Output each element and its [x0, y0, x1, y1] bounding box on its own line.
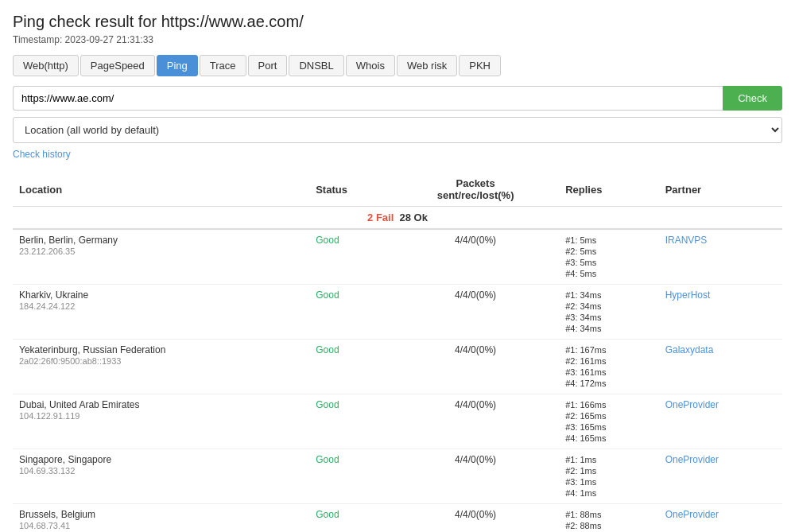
- page-title: Ping check result for https://www.ae.com…: [13, 13, 782, 31]
- cell-packets: 4/4/0(0%): [392, 285, 559, 340]
- cell-replies: #1: 34ms#2: 34ms#3: 34ms#4: 34ms: [559, 285, 659, 340]
- cell-replies: #1: 5ms#2: 5ms#3: 5ms#4: 5ms: [559, 229, 659, 285]
- cell-packets: 4/4/0(0%): [392, 340, 559, 394]
- results-table: Location Status Packetssent/rec/lost(%) …: [13, 173, 782, 532]
- timestamp: Timestamp: 2023-09-27 21:31:33: [13, 34, 782, 45]
- cell-partner[interactable]: HyperHost: [659, 285, 782, 340]
- cell-location: Yekaterinburg, Russian Federation2a02:26…: [13, 340, 309, 394]
- check-button[interactable]: Check: [723, 86, 782, 111]
- cell-packets: 4/4/0(0%): [392, 229, 559, 285]
- cell-location: Singapore, Singapore104.69.33.132: [13, 449, 309, 504]
- cell-location: Brussels, Belgium104.68.73.41: [13, 504, 309, 533]
- cell-packets: 4/4/0(0%): [392, 504, 559, 533]
- cell-status: Good: [309, 394, 392, 449]
- table-row: Yekaterinburg, Russian Federation2a02:26…: [13, 340, 782, 394]
- cell-partner[interactable]: IRANVPS: [659, 229, 782, 285]
- tab-web-http-[interactable]: Web(http): [13, 55, 79, 76]
- cell-replies: #1: 167ms#2: 161ms#3: 161ms#4: 172ms: [559, 340, 659, 394]
- tab-bar: Web(http)PageSpeedPingTracePortDNSBLWhoi…: [13, 55, 782, 76]
- cell-status: Good: [309, 449, 392, 504]
- cell-replies: #1: 166ms#2: 165ms#3: 165ms#4: 165ms: [559, 394, 659, 449]
- tab-ping[interactable]: Ping: [157, 55, 198, 76]
- cell-status: Good: [309, 340, 392, 394]
- col-replies: Replies: [559, 173, 659, 207]
- cell-partner[interactable]: Galaxydata: [659, 340, 782, 394]
- location-select[interactable]: Location (all world by default): [13, 117, 782, 143]
- tab-pkh[interactable]: PKH: [459, 55, 501, 76]
- cell-packets: 4/4/0(0%): [392, 449, 559, 504]
- url-input[interactable]: [13, 86, 723, 111]
- col-packets: Packetssent/rec/lost(%): [392, 173, 559, 207]
- tab-web-risk[interactable]: Web risk: [397, 55, 457, 76]
- tab-trace[interactable]: Trace: [200, 55, 246, 76]
- cell-location: Berlin, Berlin, Germany23.212.206.35: [13, 229, 309, 285]
- url-row: Check: [13, 86, 782, 111]
- table-row: Singapore, Singapore104.69.33.132Good4/4…: [13, 449, 782, 504]
- table-row: Berlin, Berlin, Germany23.212.206.35Good…: [13, 229, 782, 285]
- cell-status: Good: [309, 285, 392, 340]
- cell-replies: #1: 1ms#2: 1ms#3: 1ms#4: 1ms: [559, 449, 659, 504]
- cell-status: Good: [309, 229, 392, 285]
- tab-whois[interactable]: Whois: [346, 55, 395, 76]
- cell-location: Kharkiv, Ukraine184.24.24.122: [13, 285, 309, 340]
- col-partner: Partner: [659, 173, 782, 207]
- cell-location: Dubai, United Arab Emirates104.122.91.11…: [13, 394, 309, 449]
- cell-packets: 4/4/0(0%): [392, 394, 559, 449]
- cell-partner[interactable]: OneProvider: [659, 394, 782, 449]
- cell-partner[interactable]: OneProvider: [659, 449, 782, 504]
- col-status: Status: [309, 173, 392, 207]
- table-row: Dubai, United Arab Emirates104.122.91.11…: [13, 394, 782, 449]
- check-history-link[interactable]: Check history: [13, 149, 71, 160]
- table-row: Kharkiv, Ukraine184.24.24.122Good4/4/0(0…: [13, 285, 782, 340]
- tab-dnsbl[interactable]: DNSBL: [289, 55, 343, 76]
- table-row: Brussels, Belgium104.68.73.41Good4/4/0(0…: [13, 504, 782, 533]
- tab-pagespeed[interactable]: PageSpeed: [80, 55, 155, 76]
- cell-partner[interactable]: OneProvider: [659, 504, 782, 533]
- cell-replies: #1: 88ms#2: 88ms#3: 88ms#4: 88ms: [559, 504, 659, 533]
- cell-status: Good: [309, 504, 392, 533]
- tab-port[interactable]: Port: [248, 55, 288, 76]
- col-location: Location: [13, 173, 309, 207]
